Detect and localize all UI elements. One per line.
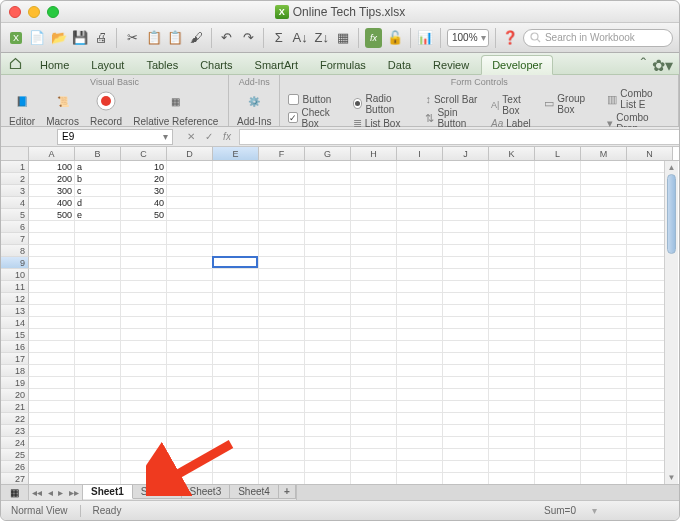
tab-developer[interactable]: Developer (481, 55, 553, 75)
column-header-F[interactable]: F (259, 147, 305, 160)
tab-formulas[interactable]: Formulas (310, 56, 376, 74)
cell[interactable] (305, 197, 351, 209)
spreadsheet-grid[interactable]: ABCDEFGHIJKLMN 1100a102200b203300c304400… (1, 147, 679, 484)
row-header-10[interactable]: 10 (1, 269, 29, 281)
cell[interactable] (581, 461, 627, 473)
cell[interactable] (397, 221, 443, 233)
cell[interactable] (535, 365, 581, 377)
cell[interactable] (121, 449, 167, 461)
tab-review[interactable]: Review (423, 56, 479, 74)
tab-tables[interactable]: Tables (136, 56, 188, 74)
cell[interactable] (259, 353, 305, 365)
cell[interactable] (121, 245, 167, 257)
cell[interactable] (397, 173, 443, 185)
cancel-formula-button[interactable]: ✕ (183, 129, 199, 145)
cell[interactable] (305, 161, 351, 173)
cell[interactable] (167, 233, 213, 245)
column-header-H[interactable]: H (351, 147, 397, 160)
cell[interactable] (305, 257, 351, 269)
cell[interactable] (213, 257, 259, 269)
cell[interactable] (489, 257, 535, 269)
cell[interactable] (167, 221, 213, 233)
cell[interactable] (121, 353, 167, 365)
cell[interactable] (581, 269, 627, 281)
cell[interactable] (259, 449, 305, 461)
cell[interactable] (305, 173, 351, 185)
cell[interactable] (213, 269, 259, 281)
cell[interactable] (489, 365, 535, 377)
cell[interactable] (351, 269, 397, 281)
cell[interactable] (581, 473, 627, 484)
fc-button[interactable]: Button (284, 94, 345, 105)
column-header-B[interactable]: B (75, 147, 121, 160)
cell[interactable] (581, 389, 627, 401)
cell[interactable] (397, 209, 443, 221)
cell[interactable] (535, 305, 581, 317)
cell[interactable] (259, 185, 305, 197)
cell[interactable] (305, 281, 351, 293)
cell[interactable] (167, 317, 213, 329)
cell[interactable] (259, 305, 305, 317)
cell[interactable] (351, 353, 397, 365)
cell[interactable] (213, 329, 259, 341)
cell[interactable] (213, 161, 259, 173)
cell[interactable] (489, 281, 535, 293)
cell[interactable] (75, 221, 121, 233)
cell[interactable] (397, 401, 443, 413)
cell[interactable] (535, 197, 581, 209)
cell[interactable] (259, 329, 305, 341)
cell[interactable] (305, 209, 351, 221)
row-header-25[interactable]: 25 (1, 449, 29, 461)
vertical-scrollbar[interactable]: ▲ ▼ (664, 161, 678, 484)
cell[interactable]: 400 (29, 197, 75, 209)
cell[interactable] (581, 401, 627, 413)
cell[interactable] (121, 257, 167, 269)
cell[interactable] (75, 281, 121, 293)
cell[interactable] (443, 281, 489, 293)
column-header-A[interactable]: A (29, 147, 75, 160)
cell[interactable] (259, 425, 305, 437)
column-header-J[interactable]: J (443, 147, 489, 160)
cell[interactable] (121, 401, 167, 413)
row-header-4[interactable]: 4 (1, 197, 29, 209)
cell[interactable] (443, 233, 489, 245)
cell[interactable] (397, 281, 443, 293)
cell[interactable] (581, 257, 627, 269)
cell[interactable] (489, 269, 535, 281)
cell[interactable] (29, 365, 75, 377)
cell[interactable] (213, 461, 259, 473)
cell[interactable] (213, 305, 259, 317)
cell[interactable] (121, 413, 167, 425)
sheet-tab-sheet1[interactable]: Sheet1 (83, 485, 133, 499)
cell[interactable] (489, 317, 535, 329)
sheet-tab-sheet3[interactable]: Sheet3 (182, 485, 231, 499)
cell[interactable] (581, 365, 627, 377)
cell[interactable] (121, 293, 167, 305)
column-header-I[interactable]: I (397, 147, 443, 160)
cell[interactable] (397, 449, 443, 461)
cell[interactable] (443, 245, 489, 257)
cell[interactable]: d (75, 197, 121, 209)
cell[interactable] (581, 317, 627, 329)
cell[interactable] (397, 341, 443, 353)
cell[interactable] (489, 197, 535, 209)
cell[interactable] (213, 437, 259, 449)
row-header-22[interactable]: 22 (1, 413, 29, 425)
cell[interactable]: 40 (121, 197, 167, 209)
undo-button[interactable]: ↶ (218, 28, 235, 48)
cell[interactable] (397, 293, 443, 305)
chart-button[interactable]: 📊 (417, 28, 434, 48)
cut-button[interactable]: ✂ (123, 28, 140, 48)
cell[interactable] (351, 197, 397, 209)
cell[interactable] (581, 209, 627, 221)
cell[interactable]: c (75, 185, 121, 197)
cell[interactable] (259, 269, 305, 281)
cell[interactable] (75, 305, 121, 317)
cell[interactable] (213, 365, 259, 377)
cell[interactable] (167, 341, 213, 353)
row-header-2[interactable]: 2 (1, 173, 29, 185)
cell[interactable] (581, 413, 627, 425)
cell[interactable] (259, 221, 305, 233)
cell[interactable] (167, 473, 213, 484)
row-header-12[interactable]: 12 (1, 293, 29, 305)
